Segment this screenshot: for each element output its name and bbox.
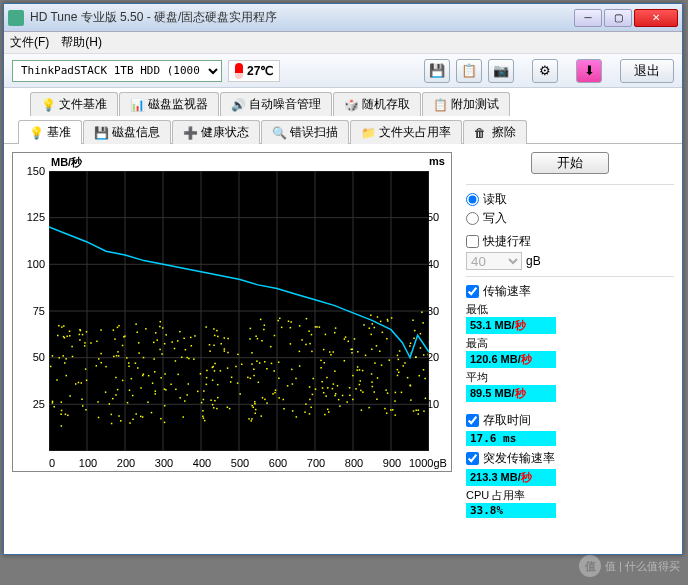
svg-rect-272	[262, 397, 264, 399]
svg-rect-360	[319, 326, 321, 328]
svg-rect-120	[96, 341, 98, 343]
tab-file-benchmark[interactable]: 💡文件基准	[30, 92, 118, 116]
svg-rect-248	[213, 345, 215, 347]
svg-rect-159	[264, 361, 266, 363]
svg-rect-157	[165, 389, 167, 391]
quick-checkbox[interactable]: 快捷行程	[466, 233, 674, 250]
tab-extra-tests[interactable]: 📋附加测试	[422, 92, 510, 116]
svg-rect-206	[153, 358, 155, 360]
write-radio[interactable]: 写入	[466, 210, 674, 227]
tab-benchmark[interactable]: 💡基准	[18, 120, 82, 144]
burst-checkbox[interactable]: 突发传输速率	[466, 450, 674, 467]
svg-rect-37	[344, 338, 346, 340]
svg-rect-359	[397, 355, 399, 357]
svg-rect-63	[423, 369, 425, 371]
svg-rect-355	[371, 381, 373, 383]
svg-rect-39	[360, 390, 362, 392]
svg-rect-84	[326, 377, 328, 379]
titlebar[interactable]: HD Tune 专业版 5.50 - 硬盘/固态硬盘实用程序 ─ ▢ ✕	[4, 4, 682, 32]
svg-rect-56	[306, 318, 308, 320]
svg-rect-281	[382, 332, 384, 334]
settings-button[interactable]: ⚙	[532, 59, 558, 83]
tab-random-access[interactable]: 🎲随机存取	[333, 92, 421, 116]
svg-rect-252	[202, 410, 204, 412]
svg-rect-334	[84, 342, 86, 344]
svg-rect-265	[116, 355, 118, 357]
svg-rect-188	[209, 350, 211, 352]
svg-rect-337	[111, 423, 113, 425]
svg-rect-27	[363, 324, 365, 326]
minimize-button[interactable]: ─	[574, 9, 602, 27]
svg-rect-234	[407, 377, 409, 379]
svg-rect-357	[327, 387, 329, 389]
svg-rect-99	[371, 349, 373, 351]
svg-rect-74	[66, 336, 68, 338]
tab-info[interactable]: 💾磁盘信息	[83, 120, 171, 144]
svg-rect-102	[264, 399, 266, 401]
svg-rect-181	[132, 395, 134, 397]
svg-rect-367	[371, 373, 373, 375]
svg-rect-326	[309, 413, 311, 415]
screenshot-button[interactable]: 📷	[488, 59, 514, 83]
tabs-row-lower: 💡基准 💾磁盘信息 ➕健康状态 🔍错误扫描 📁文件夹占用率 🗑擦除	[4, 116, 682, 144]
svg-rect-235	[423, 410, 425, 412]
drive-select[interactable]: ThinkPadSTACK 1TB HDD (1000 gB)	[12, 60, 222, 82]
tab-erase[interactable]: 🗑擦除	[463, 120, 527, 144]
maximize-button[interactable]: ▢	[604, 9, 632, 27]
svg-rect-170	[332, 388, 334, 390]
svg-rect-135	[217, 397, 219, 399]
svg-rect-254	[227, 352, 229, 354]
svg-rect-352	[260, 319, 262, 321]
svg-rect-138	[278, 397, 280, 399]
svg-rect-155	[351, 352, 353, 354]
menu-help[interactable]: 帮助(H)	[61, 34, 102, 51]
trash-icon: 🗑	[474, 126, 488, 140]
copy-button[interactable]: 📋	[456, 59, 482, 83]
svg-rect-321	[348, 341, 350, 343]
svg-rect-207	[316, 326, 318, 328]
tab-aam[interactable]: 🔊自动噪音管理	[220, 92, 332, 116]
svg-rect-212	[128, 362, 130, 364]
svg-rect-277	[188, 358, 190, 360]
svg-rect-328	[79, 334, 81, 336]
tab-folder-usage[interactable]: 📁文件夹占用率	[350, 120, 462, 144]
svg-rect-332	[420, 333, 422, 335]
read-radio[interactable]: 读取	[466, 191, 674, 208]
svg-rect-67	[52, 355, 54, 357]
start-button[interactable]: 开始	[531, 152, 609, 174]
menu-file[interactable]: 文件(F)	[10, 34, 49, 51]
exit-button[interactable]: 退出	[620, 59, 674, 83]
svg-rect-18	[309, 343, 311, 345]
svg-rect-313	[324, 362, 326, 364]
svg-rect-285	[160, 418, 162, 420]
svg-rect-184	[412, 319, 414, 321]
svg-rect-379	[386, 338, 388, 340]
svg-rect-414	[342, 395, 344, 397]
menubar: 文件(F) 帮助(H)	[4, 32, 682, 54]
svg-rect-417	[359, 369, 361, 371]
svg-rect-384	[203, 399, 205, 401]
svg-rect-107	[397, 375, 399, 377]
svg-rect-325	[334, 332, 336, 334]
svg-rect-169	[413, 410, 415, 412]
close-button[interactable]: ✕	[634, 9, 678, 27]
svg-rect-31	[186, 357, 188, 359]
svg-rect-415	[387, 319, 389, 321]
svg-rect-259	[354, 338, 356, 340]
svg-rect-158	[325, 334, 327, 336]
down-button[interactable]: ⬇	[576, 59, 602, 83]
svg-rect-375	[270, 346, 272, 348]
tab-error-scan[interactable]: 🔍错误扫描	[261, 120, 349, 144]
tab-health[interactable]: ➕健康状态	[172, 120, 260, 144]
tab-disk-monitor[interactable]: 📊磁盘监视器	[119, 92, 219, 116]
access-checkbox[interactable]: 存取时间	[466, 412, 674, 429]
transfer-checkbox[interactable]: 传输速率	[466, 283, 674, 300]
svg-rect-126	[410, 399, 412, 401]
svg-rect-387	[391, 317, 393, 319]
svg-rect-226	[401, 392, 403, 394]
save-button[interactable]: 💾	[424, 59, 450, 83]
svg-rect-383	[398, 359, 400, 361]
svg-rect-239	[204, 420, 206, 422]
svg-rect-268	[253, 407, 255, 409]
svg-rect-211	[209, 344, 211, 346]
